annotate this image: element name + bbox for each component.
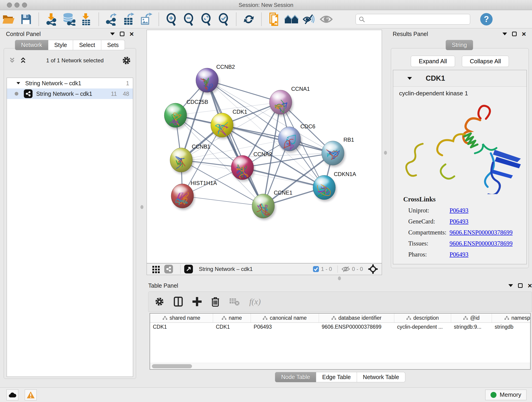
- hidden-eye-icon[interactable]: [341, 266, 350, 273]
- tab-edge-table[interactable]: Edge Table: [316, 372, 357, 382]
- clear-table-icon[interactable]: [229, 298, 240, 306]
- crosshair-icon[interactable]: [368, 264, 378, 274]
- table-row[interactable]: CDK1CDK1P064939606.ENSP00000378699cyclin…: [150, 323, 530, 331]
- export-table-button[interactable]: [121, 12, 136, 27]
- panel-menu-icon[interactable]: [502, 32, 507, 35]
- search-input[interactable]: [365, 15, 470, 24]
- table-settings-gear-icon[interactable]: [155, 297, 164, 306]
- show-eye-button[interactable]: [319, 12, 334, 27]
- cloud-status-button[interactable]: [6, 389, 18, 400]
- memory-button[interactable]: Memory: [485, 390, 526, 400]
- table-cell[interactable]: 9606.ENSP00000378699: [319, 324, 394, 330]
- column-header[interactable]: shared name: [150, 313, 213, 322]
- table-cell[interactable]: P06493: [251, 324, 319, 330]
- table-cell[interactable]: CDK1: [150, 324, 213, 330]
- gene-expand-icon[interactable]: [407, 77, 412, 80]
- panel-menu-icon[interactable]: [508, 284, 513, 287]
- network-node-CDK1[interactable]: CDK1: [211, 109, 247, 137]
- expand-all-chevrons-icon[interactable]: [20, 57, 28, 64]
- save-session-button[interactable]: [19, 12, 33, 27]
- crosslink-link[interactable]: 9606.ENSP00000378699: [450, 240, 513, 247]
- column-header[interactable]: description: [394, 313, 451, 322]
- bottom-splitter-handle[interactable]: [338, 276, 341, 280]
- column-header[interactable]: namespace: [492, 313, 531, 322]
- zoom-in-icon: [166, 13, 177, 26]
- export-image-button[interactable]: [139, 12, 153, 27]
- collapse-all-button[interactable]: Collapse All: [462, 56, 509, 67]
- grid-view-icon[interactable]: [152, 265, 160, 273]
- network-canvas[interactable]: CCNB2CCNA1CDC25BCDK1CDC6RB1CCNB1CCNA2CDK…: [147, 30, 382, 263]
- tab-string[interactable]: String: [446, 40, 473, 50]
- search-box[interactable]: [355, 14, 470, 25]
- expand-all-button[interactable]: Expand All: [411, 56, 455, 67]
- delete-column-trash-icon[interactable]: [211, 297, 220, 307]
- horizontal-scrollbar[interactable]: [150, 363, 530, 369]
- column-header[interactable]: name: [213, 313, 251, 322]
- open-session-button[interactable]: [1, 12, 16, 27]
- gene-card-header[interactable]: CDK1: [393, 70, 526, 87]
- function-builder-button[interactable]: f(x): [249, 297, 261, 306]
- import-network-from-database-button[interactable]: [61, 12, 76, 27]
- network-row[interactable]: String Network – cdk1 11 48: [7, 89, 133, 99]
- import-table-icon: [80, 13, 92, 26]
- warnings-button[interactable]: [25, 389, 37, 400]
- hide-panel-eye-button[interactable]: [302, 12, 316, 27]
- column-header[interactable]: database identifier: [319, 313, 394, 322]
- table-cell[interactable]: stringdb: [492, 324, 531, 330]
- crosslink-row: Tissues: 9606.ENSP00000378699: [403, 240, 526, 247]
- zoom-out-button[interactable]: [181, 12, 196, 27]
- tab-sets[interactable]: Sets: [101, 40, 125, 50]
- import-table-button[interactable]: [79, 12, 94, 27]
- tab-network[interactable]: Network: [15, 40, 48, 50]
- crosslink-link[interactable]: P06493: [450, 207, 469, 214]
- refresh-button[interactable]: [241, 12, 256, 27]
- float-panel-icon[interactable]: [120, 32, 124, 36]
- table-cell[interactable]: CDK1: [213, 324, 251, 330]
- float-panel-icon[interactable]: [512, 32, 517, 36]
- tab-network-table[interactable]: Network Table: [357, 372, 405, 382]
- help-button[interactable]: ?: [480, 13, 493, 26]
- collection-expand-icon[interactable]: [17, 82, 20, 84]
- node-label: CCNE1: [274, 190, 292, 196]
- close-panel-icon[interactable]: ×: [528, 283, 532, 288]
- network-node-RB1[interactable]: RB1: [322, 137, 354, 165]
- float-panel-icon[interactable]: [518, 283, 523, 288]
- close-panel-icon[interactable]: ×: [129, 32, 134, 36]
- clone-network-button[interactable]: [267, 12, 281, 27]
- eye-slash-icon: [302, 14, 315, 25]
- crosslink-link[interactable]: P06493: [450, 251, 469, 258]
- zoom-fit-button[interactable]: [199, 12, 214, 27]
- column-header[interactable]: canonical name: [251, 313, 319, 322]
- network-edge[interactable]: [207, 80, 263, 206]
- selected-checkbox-icon[interactable]: [313, 266, 319, 272]
- export-network-button[interactable]: [104, 12, 119, 27]
- tab-select[interactable]: Select: [73, 40, 101, 50]
- collapse-all-chevrons-icon[interactable]: [9, 57, 17, 64]
- birds-eye-view-button[interactable]: [184, 265, 193, 274]
- tab-node-table[interactable]: Node Table: [275, 372, 316, 382]
- left-splitter-handle[interactable]: [140, 205, 143, 209]
- tab-style[interactable]: Style: [48, 40, 73, 50]
- right-splitter-handle[interactable]: [384, 151, 387, 155]
- import-network-button[interactable]: [44, 12, 59, 27]
- crosslink-link[interactable]: P06493: [450, 218, 469, 225]
- network-view[interactable]: CCNB2CCNA1CDC25BCDK1CDC6RB1CCNB1CCNA2CDK…: [147, 30, 382, 275]
- string-home-button[interactable]: [284, 12, 299, 27]
- table-cell[interactable]: cyclin-dependent ...: [394, 324, 451, 330]
- toolbar-separator: [99, 13, 99, 26]
- panel-menu-icon[interactable]: [110, 32, 115, 35]
- add-column-icon[interactable]: [192, 297, 202, 306]
- window-title: Session: New Session: [0, 2, 532, 8]
- column-header[interactable]: @id: [451, 313, 492, 322]
- crosslink-link[interactable]: 9606.ENSP00000378699: [450, 229, 513, 236]
- zoom-in-button[interactable]: [164, 12, 179, 27]
- table-cell[interactable]: stringdb:9...: [451, 324, 492, 330]
- network-collection-row[interactable]: String Network – cdk1 1: [7, 78, 133, 89]
- gear-icon[interactable]: [122, 56, 131, 65]
- zoom-selected-button[interactable]: [216, 12, 231, 27]
- network-view-icon[interactable]: [164, 265, 173, 274]
- show-columns-icon[interactable]: [174, 297, 183, 307]
- close-panel-icon[interactable]: ×: [522, 32, 526, 36]
- scrollbar-thumb[interactable]: [152, 364, 192, 368]
- network-node-CCNB2[interactable]: CCNB2: [196, 64, 235, 92]
